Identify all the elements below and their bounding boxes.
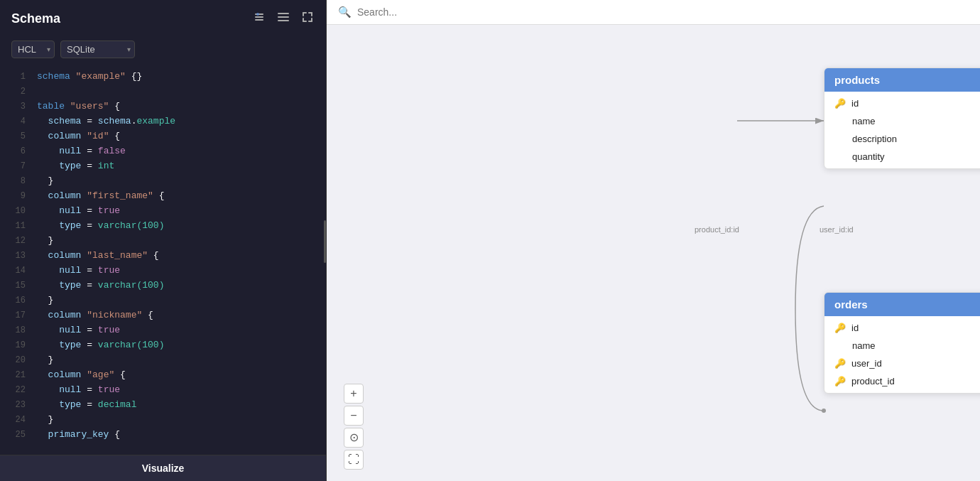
dialect2-wrapper[interactable]: SQLite MySQL PostgreSQL ▾: [60, 40, 135, 58]
line-content: column "nickname" {: [37, 308, 153, 323]
code-line: 2: [0, 85, 326, 99]
table-row: 🔑 product_id int: [824, 372, 980, 390]
line-number: 22: [6, 383, 26, 397]
line-number: 17: [6, 308, 26, 323]
line-number: 10: [6, 204, 26, 218]
line-content: table "users" {: [37, 99, 120, 114]
line-content: }: [37, 413, 53, 428]
line-number: 18: [6, 323, 26, 337]
svg-rect-5: [278, 16, 289, 18]
zoom-in-button[interactable]: +: [344, 384, 364, 404]
line-number: 21: [6, 368, 26, 382]
code-line: 17 column "nickname" {: [0, 308, 326, 323]
line-content: }: [37, 174, 53, 189]
visualize-button[interactable]: Visualize: [0, 455, 326, 481]
dialect2-select[interactable]: SQLite MySQL PostgreSQL: [60, 40, 135, 58]
line-content: column "first_name" {: [37, 189, 164, 204]
search-bar: 🔍: [327, 0, 980, 25]
dialect1-wrapper[interactable]: HCL SQL ▾: [11, 40, 55, 58]
code-line: 15 type = varchar(100): [0, 279, 326, 293]
code-line: 16 }: [0, 293, 326, 308]
zoom-fullscreen-button[interactable]: ⛶: [344, 450, 364, 470]
products-header: products: [824, 68, 980, 92]
line-content: primary_key {: [37, 428, 120, 443]
fk-icon: 🔑: [834, 376, 846, 387]
label-user-id-left: user_id:id: [820, 225, 854, 234]
line-number: 24: [6, 413, 26, 427]
scrollbar[interactable]: [324, 220, 326, 263]
header-icons: [252, 10, 315, 28]
key-icon: 🔑: [834, 323, 846, 333]
products-body: 🔑 id int name varchar description text q…: [824, 92, 980, 168]
menu-icon[interactable]: [276, 10, 290, 28]
svg-rect-2: [255, 19, 263, 21]
line-content: null = true: [37, 323, 120, 338]
svg-rect-12: [303, 18, 304, 22]
line-number: 12: [6, 234, 26, 248]
code-line: 3table "users" {: [0, 99, 326, 114]
table-row: 🔑 id int: [824, 94, 980, 112]
code-line: 22 null = true: [0, 383, 326, 398]
line-content: type = varchar(100): [37, 338, 164, 353]
line-content: type = varchar(100): [37, 219, 164, 234]
search-icon: 🔍: [338, 6, 352, 18]
code-line: 21 column "age" {: [0, 368, 326, 383]
code-line: 9 column "first_name" {: [0, 189, 326, 204]
code-line: 18 null = true: [0, 323, 326, 338]
zoom-fit-button[interactable]: ⊙: [344, 428, 364, 448]
line-content: null = false: [37, 144, 126, 159]
table-row: quantity int: [824, 148, 980, 166]
line-content: null = true: [37, 264, 120, 279]
line-content: column "id" {: [37, 129, 120, 144]
code-line: 12 }: [0, 234, 326, 249]
code-line: 19 type = varchar(100): [0, 338, 326, 353]
code-line: 4 schema = schema.example: [0, 114, 326, 129]
label-product-id: product_id:id: [695, 225, 739, 234]
line-content: schema = schema.example: [37, 114, 175, 129]
line-content: type = decimal: [37, 398, 136, 413]
table-row: description text: [824, 130, 980, 148]
line-number: 14: [6, 264, 26, 278]
svg-rect-8: [303, 12, 304, 16]
code-editor[interactable]: 1schema "example" {}23table "users" {4 s…: [0, 64, 326, 455]
line-content: }: [37, 353, 53, 368]
list-icon[interactable]: [252, 10, 266, 28]
key-icon: 🔑: [834, 98, 846, 109]
line-number: 2: [6, 85, 26, 99]
line-number: 20: [6, 353, 26, 367]
table-row: 🔑 id int: [824, 319, 980, 337]
code-line: 25 primary_key {: [0, 428, 326, 443]
svg-rect-6: [278, 20, 289, 21]
diagram-area[interactable]: product_id:id user_id:id user_id:id prod…: [327, 25, 980, 481]
line-content: null = true: [37, 204, 120, 219]
dialect1-select[interactable]: HCL SQL: [11, 40, 55, 58]
line-number: 13: [6, 249, 26, 263]
expand-icon[interactable]: [300, 10, 315, 28]
code-line: 1schema "example" {}: [0, 70, 326, 85]
code-line: 20 }: [0, 353, 326, 368]
orders-header: orders: [824, 293, 980, 316]
line-number: 5: [6, 129, 26, 144]
line-content: type = varchar(100): [37, 279, 164, 293]
code-line: 6 null = false: [0, 144, 326, 159]
code-line: 10 null = true: [0, 204, 326, 219]
line-number: 4: [6, 114, 26, 129]
zoom-out-button[interactable]: −: [344, 406, 364, 426]
line-number: 11: [6, 219, 26, 233]
line-content: schema "example" {}: [37, 70, 142, 85]
line-number: 23: [6, 398, 26, 412]
right-panel: 🔍: [327, 0, 980, 481]
code-line: 14 null = true: [0, 264, 326, 279]
svg-rect-14: [311, 18, 312, 22]
search-input[interactable]: [357, 6, 969, 18]
table-products: products 🔑 id int name varchar descripti…: [824, 67, 980, 169]
line-content: type = int: [37, 159, 114, 174]
code-line: 13 column "last_name" {: [0, 249, 326, 264]
svg-point-3: [256, 13, 259, 16]
dialect-toolbar: HCL SQL ▾ SQLite MySQL PostgreSQL ▾: [0, 38, 326, 64]
line-number: 8: [6, 174, 26, 188]
table-orders: orders 🔑 id int name varchar 🔑 user_id i…: [824, 292, 980, 394]
code-line: 24 }: [0, 413, 326, 428]
line-number: 3: [6, 99, 26, 114]
line-content: null = true: [37, 383, 120, 398]
